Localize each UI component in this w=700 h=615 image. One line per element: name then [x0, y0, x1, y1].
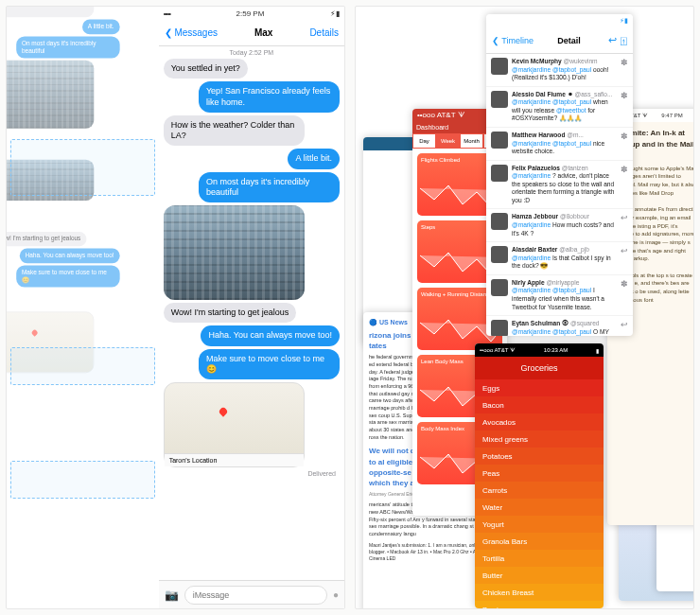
mic-icon[interactable]: ●	[333, 589, 339, 600]
avatar	[491, 246, 508, 263]
tweet-action-icon[interactable]: ↩︎	[621, 246, 628, 271]
message-out: A little bit.	[82, 20, 119, 34]
grocery-item[interactable]: Yogurt	[475, 516, 604, 533]
location-message[interactable]: Taron's Location	[164, 382, 305, 467]
tweet-row[interactable]: Nirly Apple @nirlyapple@markjardine @tap…	[486, 275, 633, 316]
grocery-item[interactable]: Peas	[475, 465, 604, 482]
tweet-row[interactable]: Alasdair Baxter @alba_pjb@markjardine Is…	[486, 242, 633, 275]
grocery-item[interactable]: Chicken Breast	[475, 584, 604, 601]
grocery-item[interactable]: Tortilla	[475, 550, 604, 567]
reply-icon[interactable]: ↩︎	[608, 34, 617, 46]
message-thread[interactable]: Today 2:52 PM You settled in yet? Yep! S…	[159, 46, 344, 580]
app-card-reminders[interactable]: ••ooo AT&T ᗐ10:23 AM▮ Groceries EggsBaco…	[475, 343, 604, 608]
message-out: Haha. You can always move too!	[201, 325, 340, 345]
tweet-action-icon[interactable]: ↩︎	[621, 320, 628, 336]
dashboard-title: Dashboard	[416, 124, 448, 132]
photo-message[interactable]	[6, 61, 94, 129]
message-input[interactable]	[184, 586, 327, 605]
detail-title: Detail	[557, 36, 581, 45]
grocery-item[interactable]: Potatoes	[475, 448, 604, 465]
message-in: How is the weather? Colder than LA?	[6, 6, 94, 17]
message-in: You settled in yet?	[164, 59, 248, 79]
grocery-item[interactable]: Berries	[475, 601, 604, 608]
grocery-item[interactable]: Carrots	[475, 482, 604, 499]
page-marker	[10, 461, 155, 499]
grocery-item[interactable]: Bacon	[475, 396, 604, 413]
page-marker	[10, 347, 155, 385]
message-in: Wow! I'm starting to get jealous	[6, 232, 86, 246]
grocery-item[interactable]: Mixed greens	[475, 430, 604, 448]
tweet-action-icon[interactable]: ↩︎	[621, 213, 628, 237]
message-out: On most days it's incredibly beautiful	[199, 172, 340, 203]
message-out: Make sure to move close to me 😊	[199, 349, 340, 380]
tweet-row[interactable]: Hamza Jebbour @8obbour@markjardine How m…	[486, 209, 633, 242]
delivered-label: Delivered	[164, 470, 340, 477]
tweet-action-icon[interactable]: ✽	[621, 58, 628, 82]
avatar	[491, 132, 508, 149]
scroll-preview-column: •••••2:59 PM⚡︎▮ ❮ Messages Max Delete Yo…	[7, 7, 159, 608]
grocery-item[interactable]: Avocados	[475, 413, 604, 430]
timestamp: Today 2:52 PM	[164, 49, 340, 56]
message-out: Haha. You can always move too!	[20, 249, 120, 263]
details-button[interactable]: Details	[309, 27, 339, 38]
screenshot-left-panel: •••••2:59 PM⚡︎▮ ❮ Messages Max Delete Yo…	[6, 6, 345, 609]
share-icon[interactable]: ⍐	[621, 35, 627, 46]
photo-message[interactable]	[164, 205, 305, 300]
back-button[interactable]: ❮ Messages	[165, 27, 218, 38]
app-card-tweetbot[interactable]: ⚡︎▮ ❮ Timeline Detail ↩︎ ⍐ Kevin McMurph…	[486, 14, 633, 336]
tweet-action-icon[interactable]: ✽	[621, 132, 628, 156]
message-composer: 📷 ●	[159, 580, 344, 608]
grocery-item[interactable]: Eggs	[475, 379, 604, 396]
message-in: How is the weather? Colder than LA?	[164, 115, 305, 147]
message-out: On most days it's incredibly beautiful	[16, 36, 119, 58]
screenshot-right-panel: ••ooo AT&T ᗐ▮ Dashboard✎ DayWeekMonthYea…	[355, 6, 694, 609]
avatar	[491, 320, 508, 336]
grocery-item[interactable]: Water	[475, 499, 604, 516]
avatar	[491, 213, 508, 230]
navbar: ❮ Messages Max Details	[159, 20, 344, 46]
tweet-action-icon[interactable]: ✽	[621, 279, 628, 311]
message-out: Make sure to move close to me 😊	[16, 265, 119, 287]
messages-app: •••••2:59 PM⚡︎▮ ❮ Messages Max Details T…	[159, 7, 344, 608]
avatar	[491, 279, 508, 296]
conversation-title: Max	[254, 27, 272, 38]
avatar	[491, 58, 508, 75]
statusbar: •••••2:59 PM⚡︎▮	[159, 7, 344, 20]
message-out: A little bit.	[288, 149, 340, 168]
message-out: Yep! San Francisco already feels like ho…	[199, 81, 340, 113]
list-title: Groceries	[475, 357, 604, 379]
tweet-row[interactable]: Eytan Schulman ⦿ @squared@markjardine @t…	[486, 316, 633, 336]
tweet-row[interactable]: Matthew Harwood @m...@markjardine @tapbo…	[486, 128, 633, 161]
tweet-row[interactable]: Felix Palazuelos @tanizen@markjardine ? …	[486, 161, 633, 210]
grocery-item[interactable]: Butter	[475, 567, 604, 584]
page-marker	[10, 139, 155, 196]
tweet-action-icon[interactable]: ✽	[621, 91, 628, 123]
avatar	[491, 91, 508, 108]
tweet-action-icon[interactable]: ✽	[621, 165, 628, 205]
tweet-navbar: ❮ Timeline Detail ↩︎ ⍐	[486, 27, 633, 54]
camera-icon[interactable]: 📷	[165, 589, 179, 602]
message-in: Wow! I'm starting to get jealous	[164, 303, 297, 323]
timeline-back[interactable]: ❮ Timeline	[492, 36, 534, 45]
location-caption: Taron's Location	[165, 453, 304, 466]
tweet-row[interactable]: Alessio Dal Fiume ⚫︎ @ass_safio...@markj…	[486, 87, 633, 128]
tweet-row[interactable]: Kevin McMurphy @wukevinm@markjardine @ta…	[486, 54, 633, 87]
grocery-item[interactable]: Granola Bars	[475, 533, 604, 550]
avatar	[491, 165, 508, 182]
